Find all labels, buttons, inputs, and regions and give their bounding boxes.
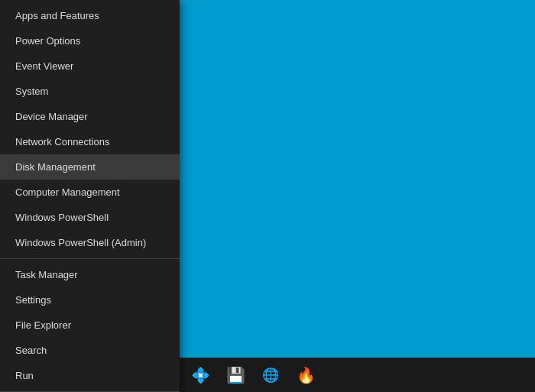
menu-item-label-windows-powershell-admin: Windows PowerShell (Admin) — [15, 237, 146, 248]
menu-item-windows-powershell[interactable]: Windows PowerShell — [0, 205, 180, 230]
menu-item-label-file-explorer: File Explorer — [15, 319, 71, 331]
menu-item-run[interactable]: Run — [0, 363, 180, 388]
antivirus-icon: 🔥 — [297, 366, 316, 384]
drive-icon: 💾 — [226, 366, 245, 384]
menu-item-label-disk-management: Disk Management — [15, 161, 96, 173]
network-icon: 🌐 — [262, 367, 279, 384]
menu-item-power-options[interactable]: Power Options — [0, 28, 180, 53]
menu-item-settings[interactable]: Settings — [0, 287, 180, 313]
taskbar-icon-antivirus[interactable]: 🔥 — [288, 358, 323, 392]
menu-divider — [0, 258, 180, 259]
menu-item-file-explorer[interactable]: File Explorer — [0, 313, 180, 338]
menu-item-label-run: Run — [15, 370, 34, 381]
menu-item-event-viewer[interactable]: Event Viewer — [0, 53, 180, 79]
crystal-icon: 💠 — [191, 366, 210, 384]
menu-item-label-device-manager: Device Manager — [15, 111, 88, 122]
menu-item-label-task-manager: Task Manager — [15, 269, 78, 280]
menu-item-windows-powershell-admin[interactable]: Windows PowerShell (Admin) — [0, 230, 180, 255]
menu-item-label-settings: Settings — [15, 294, 51, 306]
menu-item-label-network-connections: Network Connections — [15, 136, 110, 147]
context-menu: Apps and FeaturesPower OptionsEvent View… — [0, 0, 180, 392]
menu-item-label-system: System — [15, 86, 48, 97]
desktop: Apps and FeaturesPower OptionsEvent View… — [0, 0, 535, 392]
menu-item-disk-management[interactable]: Disk Management — [0, 154, 180, 180]
menu-item-label-search: Search — [15, 345, 47, 356]
taskbar-icon-crystal[interactable]: 💠 — [183, 358, 218, 392]
menu-item-label-power-options: Power Options — [15, 35, 80, 47]
menu-item-computer-management[interactable]: Computer Management — [0, 180, 180, 205]
menu-item-network-connections[interactable]: Network Connections — [0, 129, 180, 154]
menu-item-search[interactable]: Search — [0, 338, 180, 363]
taskbar-icon-drive[interactable]: 💾 — [218, 358, 253, 392]
menu-item-apps-features[interactable]: Apps and Features — [0, 3, 180, 28]
menu-item-system[interactable]: System — [0, 79, 180, 104]
menu-item-device-manager[interactable]: Device Manager — [0, 104, 180, 129]
menu-item-task-manager[interactable]: Task Manager — [0, 262, 180, 287]
menu-item-label-apps-features: Apps and Features — [15, 10, 99, 21]
menu-item-label-event-viewer: Event Viewer — [15, 60, 73, 72]
menu-item-label-windows-powershell: Windows PowerShell — [15, 212, 109, 223]
taskbar-icon-network[interactable]: 🌐 — [253, 358, 288, 392]
menu-item-label-computer-management: Computer Management — [15, 186, 120, 198]
